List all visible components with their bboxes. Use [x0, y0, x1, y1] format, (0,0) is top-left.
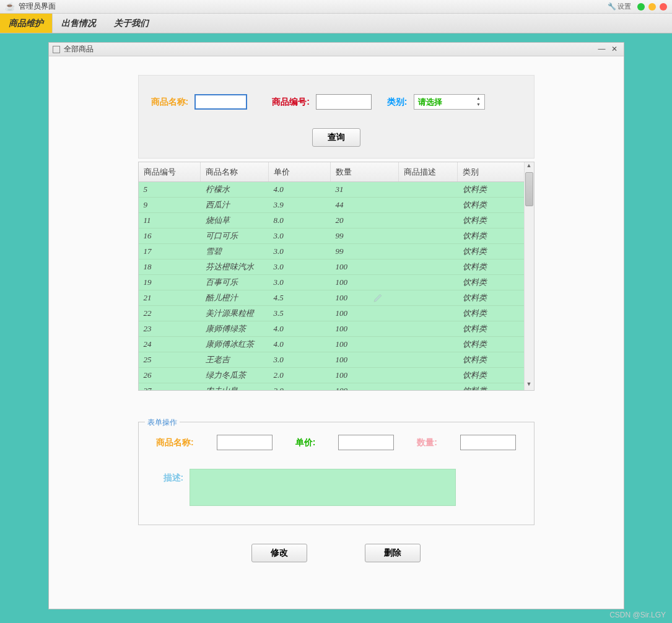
titlebar: ☕ 管理员界面 🔧 设置 [0, 0, 672, 14]
td-desc [399, 337, 458, 352]
td-name: 西瓜汁 [201, 198, 269, 212]
td-id: 23 [139, 321, 201, 336]
td-id: 22 [139, 306, 201, 321]
td-desc [399, 229, 458, 243]
th-desc[interactable]: 商品描述 [399, 162, 458, 181]
tab-sales-status[interactable]: 出售情况 [53, 14, 105, 33]
td-name: 雪碧 [201, 244, 269, 259]
settings-label: 设置 [617, 2, 631, 11]
th-name[interactable]: 商品名称 [201, 162, 269, 181]
select-stepper-icon: ▲▼ [474, 96, 483, 108]
th-price[interactable]: 单价 [269, 162, 331, 181]
td-name: 酷儿橙汁 [201, 290, 269, 305]
search-name-input[interactable] [194, 94, 247, 110]
table-row[interactable]: 27农夫山泉2.0100饮料类 [139, 383, 524, 390]
td-desc [399, 213, 458, 228]
td-desc [399, 244, 458, 259]
inner-window-icon [53, 46, 60, 53]
td-price: 3.0 [269, 352, 331, 367]
form-desc-label: 描述: [164, 469, 184, 506]
td-cat: 饮料类 [458, 244, 524, 259]
td-cat: 饮料类 [458, 321, 524, 336]
inner-window: 全部商品 — ✕ 商品名称: 商品编号: 类别: 请选择 ▲▼ [48, 42, 624, 609]
tab-about-us[interactable]: 关于我们 [105, 14, 158, 33]
workspace: 全部商品 — ✕ 商品名称: 商品编号: 类别: 请选择 ▲▼ [0, 33, 672, 618]
td-qty: 100 [331, 383, 399, 390]
td-desc [399, 321, 458, 336]
td-desc [399, 275, 458, 290]
table-row[interactable]: 24康师傅冰红茶4.0100饮料类 [139, 337, 524, 352]
td-qty: 100 [331, 275, 399, 290]
table-row[interactable]: 22美汁源果粒橙3.5100饮料类 [139, 306, 524, 321]
app-icon: ☕ [5, 2, 15, 11]
table-row[interactable]: 5柠檬水4.031饮料类 [139, 182, 524, 198]
td-desc [399, 259, 458, 274]
th-qty[interactable]: 数量 [331, 162, 399, 181]
td-desc [399, 290, 458, 305]
td-qty: 100 [331, 290, 399, 305]
inner-close-button[interactable]: ✕ [609, 45, 620, 54]
td-name: 烧仙草 [201, 213, 269, 228]
th-cat[interactable]: 类别 [458, 162, 524, 181]
form-operations-fieldset: 表单操作 商品名称: 单价: 数量: 描述: [138, 422, 535, 525]
table-row[interactable]: 21酷儿橙汁4.5100饮料类 [139, 290, 524, 306]
table-row[interactable]: 23康师傅绿茶4.0100饮料类 [139, 321, 524, 337]
watermark: CSDN @Sir.LGY [609, 611, 666, 619]
scroll-down-icon[interactable]: ▼ [525, 381, 534, 390]
td-id: 26 [139, 368, 201, 383]
td-desc [399, 352, 458, 367]
td-price: 4.0 [269, 337, 331, 352]
td-id: 27 [139, 383, 201, 390]
td-price: 4.0 [269, 182, 331, 197]
close-button[interactable] [660, 3, 667, 11]
scroll-up-icon[interactable]: ▲ [525, 162, 534, 172]
scrollbar[interactable]: ▲ ▼ [524, 162, 534, 390]
td-cat: 饮料类 [458, 229, 524, 243]
form-qty-input[interactable] [460, 435, 516, 450]
modify-button[interactable]: 修改 [251, 544, 307, 562]
td-qty: 100 [331, 259, 399, 274]
tab-product-maintenance[interactable]: 商品维护 [0, 14, 53, 33]
search-category-label: 类别: [387, 97, 408, 108]
td-cat: 饮料类 [458, 213, 524, 228]
table-row[interactable]: 26绿力冬瓜茶2.0100饮料类 [139, 368, 524, 383]
table-row[interactable]: 19百事可乐3.0100饮料类 [139, 275, 524, 290]
td-desc [399, 306, 458, 321]
query-button[interactable]: 查询 [312, 128, 360, 147]
window-controls [637, 3, 667, 11]
td-cat: 饮料类 [458, 383, 524, 390]
search-name-label: 商品名称: [151, 97, 189, 108]
td-name: 可口可乐 [201, 229, 269, 243]
window-title: 管理员界面 [19, 1, 608, 12]
delete-button[interactable]: 删除 [365, 544, 421, 562]
td-price: 4.5 [269, 290, 331, 305]
maximize-button[interactable] [648, 3, 656, 11]
table-row[interactable]: 17雪碧3.099饮料类 [139, 244, 524, 259]
table-row[interactable]: 9西瓜汁3.944饮料类 [139, 198, 524, 213]
table-row[interactable]: 25王老吉3.0100饮料类 [139, 352, 524, 368]
form-desc-textarea[interactable] [190, 469, 456, 506]
search-category-select[interactable]: 请选择 ▲▼ [414, 94, 485, 110]
table-row[interactable]: 18芬达橙味汽水3.0100饮料类 [139, 259, 524, 275]
scroll-thumb[interactable] [525, 172, 533, 206]
inner-body: 商品名称: 商品编号: 类别: 请选择 ▲▼ 查询 [49, 56, 624, 609]
minimize-button[interactable] [637, 3, 645, 11]
td-cat: 饮料类 [458, 182, 524, 197]
form-price-input[interactable] [338, 435, 394, 450]
table-row[interactable]: 16可口可乐3.099饮料类 [139, 229, 524, 244]
td-cat: 饮料类 [458, 198, 524, 212]
table-body: 5柠檬水4.031饮料类9西瓜汁3.944饮料类11烧仙草8.020饮料类16可… [139, 182, 524, 390]
inner-minimize-button[interactable]: — [596, 45, 608, 54]
td-id: 18 [139, 259, 201, 274]
td-qty: 44 [331, 198, 399, 212]
td-desc [399, 383, 458, 390]
table-row[interactable]: 11烧仙草8.020饮料类 [139, 213, 524, 229]
td-id: 16 [139, 229, 201, 243]
form-name-input[interactable] [217, 435, 273, 450]
action-row: 修改 删除 [77, 544, 596, 562]
search-code-input[interactable] [316, 94, 372, 110]
td-cat: 饮料类 [458, 368, 524, 383]
th-id[interactable]: 商品编号 [139, 162, 201, 181]
products-table: 商品编号 商品名称 单价 数量 商品描述 类别 5柠檬水4.031饮料类9西瓜汁… [138, 162, 535, 391]
settings-button[interactable]: 🔧 设置 [608, 2, 631, 11]
